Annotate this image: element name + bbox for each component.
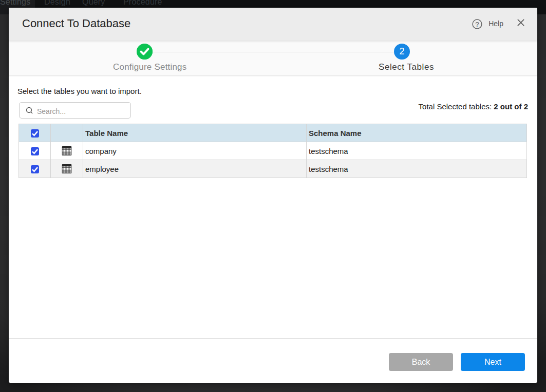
svg-text:?: ? <box>475 21 479 28</box>
